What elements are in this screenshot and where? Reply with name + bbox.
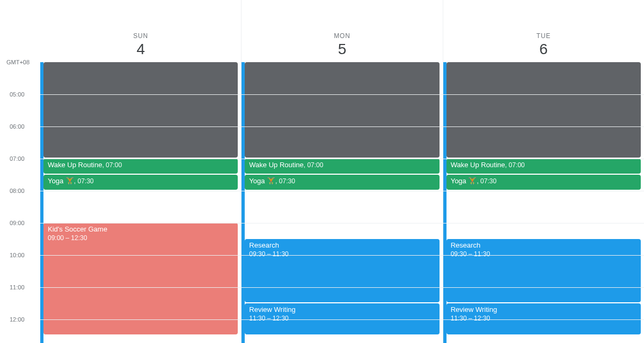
day-columns: Wake Up Routine07:00Yoga 🏋️07:30Kid's So…: [40, 62, 644, 343]
calendar-event[interactable]: Wake Up Routine07:00: [245, 159, 439, 174]
hour-line: [40, 319, 644, 320]
calendar-event[interactable]: [245, 62, 439, 158]
day-name: SUN: [133, 32, 148, 40]
calendar-grid[interactable]: Wake Up Routine07:00Yoga 🏋️07:30Kid's So…: [0, 62, 644, 343]
event-title: Yoga 🏋️: [451, 177, 477, 185]
calendar-event[interactable]: Review Writing11:30 – 12:30: [447, 303, 641, 334]
hour-line: [40, 94, 644, 95]
hour-line: [40, 223, 644, 223]
hour-label: 06:00: [10, 123, 36, 130]
hour-line: [40, 255, 644, 256]
event-time: 07:30: [74, 177, 94, 185]
hour-label: 07:00: [10, 155, 36, 162]
hour-gutter: [0, 62, 40, 343]
calendar-event[interactable]: Research09:30 – 11:30: [245, 239, 439, 302]
calendar-event[interactable]: Research09:30 – 11:30: [447, 239, 641, 302]
event-time: 07:00: [505, 161, 525, 169]
day-headers: SUN 4 MON 5 TUE 6: [40, 0, 644, 62]
event-title: Research: [249, 241, 279, 249]
hour-line: [40, 159, 644, 159]
event-title: Research: [451, 241, 481, 249]
event-time: 09:30 – 11:30: [249, 250, 288, 258]
hour-label: 09:00: [10, 220, 36, 226]
hour-line: [40, 126, 644, 127]
calendar-week-view: GMT+08 SUN 4 MON 5 TUE 6 Wake Up Routine…: [0, 0, 644, 343]
hour-label: 10:00: [10, 252, 36, 258]
calendar-header: GMT+08 SUN 4 MON 5 TUE 6: [0, 0, 644, 62]
day-name: MON: [334, 32, 350, 40]
calendar-event[interactable]: Review Writing11:30 – 12:30: [245, 303, 439, 334]
calendar-event[interactable]: Kid's Soccer Game09:00 – 12:30: [43, 223, 238, 334]
calendar-event[interactable]: Yoga 🏋️07:30: [43, 175, 238, 190]
day-number: 6: [539, 41, 548, 58]
day-header-mon[interactable]: MON 5: [241, 0, 442, 62]
event-title: Yoga 🏋️: [48, 177, 74, 185]
event-time: 09:30 – 11:30: [451, 250, 490, 258]
day-header-tue[interactable]: TUE 6: [443, 0, 644, 62]
day-number: 4: [136, 41, 145, 58]
event-time: 07:00: [102, 161, 122, 169]
event-title: Wake Up Routine: [48, 161, 102, 169]
day-column-tue[interactable]: Wake Up Routine07:00Yoga 🏋️07:30Research…: [443, 62, 644, 343]
event-time: 07:30: [477, 177, 496, 185]
calendar-event[interactable]: Wake Up Routine07:00: [43, 159, 238, 174]
calendar-event[interactable]: Yoga 🏋️07:30: [447, 175, 641, 190]
hour-line: [40, 191, 644, 191]
event-title: Wake Up Routine: [249, 161, 303, 169]
event-title: Yoga 🏋️: [249, 177, 275, 185]
calendar-event[interactable]: Wake Up Routine07:00: [447, 159, 641, 174]
day-name: TUE: [537, 32, 551, 40]
hour-label: 08:00: [10, 188, 36, 194]
hour-label: 12:00: [10, 316, 36, 323]
hour-line: [40, 287, 644, 288]
event-title: Review Writing: [249, 305, 295, 314]
hour-label: 05:00: [10, 91, 36, 98]
calendar-event[interactable]: [447, 62, 641, 158]
day-header-sun[interactable]: SUN 4: [40, 0, 241, 62]
event-time: 07:30: [275, 177, 295, 185]
event-time: 11:30 – 12:30: [249, 315, 288, 322]
event-title: Review Writing: [451, 305, 497, 314]
calendar-event[interactable]: [43, 62, 238, 158]
calendar-event[interactable]: Yoga 🏋️07:30: [245, 175, 439, 190]
event-title: Kid's Soccer Game: [48, 225, 107, 233]
day-column-mon[interactable]: Wake Up Routine07:00Yoga 🏋️07:30Research…: [241, 62, 442, 343]
day-number: 5: [338, 41, 347, 58]
event-time: 11:30 – 12:30: [451, 315, 490, 322]
hour-label: 11:00: [10, 284, 36, 290]
event-title: Wake Up Routine: [451, 161, 505, 169]
day-column-sun[interactable]: Wake Up Routine07:00Yoga 🏋️07:30Kid's So…: [40, 62, 241, 343]
event-time: 09:00 – 12:30: [48, 234, 87, 242]
event-time: 07:00: [304, 161, 324, 169]
